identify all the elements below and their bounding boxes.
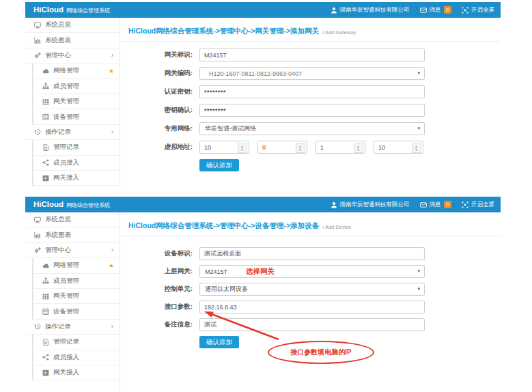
gateway-code-select[interactable]: H120-1607-0811-0812-9963-0407 ▾ <box>199 67 425 80</box>
add-gateway-window: HiCloud 网络综合管理系统 湖南华辰智通科技有限公司 消息 0 开启全屏 … <box>25 2 501 186</box>
messages-menu[interactable]: 消息 0 <box>420 6 451 14</box>
sidebar-item-label: 操作记录 <box>45 322 71 331</box>
stepper-icon[interactable]: ▴▾ <box>238 143 247 153</box>
sidebar-item-label: 网关接入 <box>53 173 79 182</box>
breadcrumb: HiCloud网络综合管理系统->管理中心->网关管理->添加网关 / Add … <box>120 18 501 42</box>
stepper-icon[interactable]: ▴▾ <box>354 143 363 153</box>
key-confirm-label: 密钥确认: <box>120 106 199 115</box>
sidebar-nav: 系统总览系统图表管理中心›网络管理★成员管理网关管理设备管理操作记录›管理记录成… <box>25 212 120 392</box>
sidebar-item-system-charts[interactable]: 系统图表 <box>25 33 120 48</box>
sidebar-item-management-records[interactable]: 管理记录 <box>32 140 120 155</box>
device-id-label: 设备标识: <box>120 249 199 258</box>
fullscreen-label: 开启全屏 <box>471 6 494 14</box>
breadcrumb-subtitle: / Add Gateway <box>322 29 356 36</box>
remark-label: 备注信息: <box>120 320 199 329</box>
sidebar-item-label: 成员接入 <box>53 353 79 362</box>
caret-down-icon: ▾ <box>417 286 420 292</box>
company-name: 湖南华辰智通科技有限公司 <box>340 201 410 209</box>
auth-key-input[interactable] <box>199 85 425 98</box>
chart-icon <box>34 37 41 44</box>
sidebar-item-gateway-access[interactable]: 网关接入 <box>32 171 120 186</box>
device-id-input[interactable] <box>199 247 425 260</box>
favorite-star-icon[interactable]: ★ <box>109 68 120 74</box>
history-icon <box>34 323 41 330</box>
sidebar-item-label: 成员接入 <box>53 158 79 167</box>
brand-suffix: 网络综合管理系统 <box>66 7 110 14</box>
brand-name: HiCloud <box>33 5 64 14</box>
stepper-icon[interactable]: ▴▾ <box>412 143 421 153</box>
desktop-icon <box>34 22 41 29</box>
breadcrumb: HiCloud网络综合管理系统->管理中心->设备管理->添加设备 / Add … <box>120 212 501 236</box>
vip-octet-2-spinner[interactable]: 0 ▴▾ <box>257 141 307 154</box>
fullscreen-label: 开启全屏 <box>471 201 494 209</box>
hdd-icon <box>42 175 49 182</box>
app-logo[interactable]: HiCloud 网络综合管理系统 <box>25 200 128 209</box>
control-unit-select[interactable]: 通用以太网设备 ▾ <box>199 283 425 296</box>
user-menu[interactable]: 湖南华辰智通科技有限公司 <box>331 6 410 14</box>
hdd-icon <box>42 369 49 376</box>
upper-gateway-value: M2415T <box>200 268 227 275</box>
user-icon <box>331 7 337 14</box>
confirm-add-button[interactable]: 确认添加 <box>199 159 239 171</box>
sidebar-item-network-management[interactable]: 网络管理★ <box>32 258 120 273</box>
annotation-arrow <box>196 306 292 347</box>
annotation-text: 接口参数填电脑的IP <box>290 348 351 357</box>
sidebar-item-device-management[interactable]: 设备管理 <box>32 109 120 124</box>
sidebar-item-member-management[interactable]: 成员管理 <box>32 274 120 289</box>
sidebar-item-label: 管理记录 <box>53 143 79 152</box>
sidebar-item-member-access[interactable]: 成员接入 <box>32 350 120 365</box>
add-device-window: HiCloud 网络综合管理系统 湖南华辰智通科技有限公司 消息 0 开启全屏 … <box>25 197 501 392</box>
user-menu[interactable]: 湖南华辰智通科技有限公司 <box>331 201 410 209</box>
sidebar-item-system-overview[interactable]: 系统总览 <box>25 18 120 33</box>
app-header: HiCloud 网络综合管理系统 湖南华辰智通科技有限公司 消息 0 开启全屏 <box>25 2 501 18</box>
share-icon <box>42 354 49 361</box>
grid-icon <box>42 293 49 300</box>
sidebar-item-label: 设备管理 <box>53 307 79 316</box>
sidebar-item-label: 网关管理 <box>53 292 79 300</box>
upper-gateway-select[interactable]: M2415T 选择网关 ▾ <box>199 265 425 278</box>
sidebar-item-device-management[interactable]: 设备管理 <box>32 304 120 319</box>
sidebar-item-member-management[interactable]: 成员管理 <box>32 79 120 94</box>
sidebar-item-gateway-management[interactable]: 网关管理 <box>32 289 120 304</box>
sidebar-item-management-center[interactable]: 管理中心› <box>25 48 120 64</box>
sidebar-item-label: 管理记录 <box>53 337 79 346</box>
sidebar-item-label: 系统图表 <box>45 231 71 240</box>
sidebar-item-system-overview[interactable]: 系统总览 <box>25 212 120 227</box>
private-network-value: 华辰智通-测试网络 <box>200 124 256 133</box>
sidebar-item-label: 管理中心 <box>45 51 71 60</box>
sidebar-item-gateway-access[interactable]: 网关接入 <box>32 365 120 380</box>
company-name: 湖南华辰智通科技有限公司 <box>340 6 410 14</box>
stepper-icon[interactable]: ▴▾ <box>296 143 305 153</box>
cloud-icon <box>42 68 49 74</box>
sidebar-item-management-records[interactable]: 管理记录 <box>32 335 120 350</box>
sidebar-item-label: 网络管理 <box>53 66 79 75</box>
sidebar-item-operation-records[interactable]: 操作记录› <box>25 125 120 140</box>
chart-icon <box>34 232 41 238</box>
gateway-id-input[interactable] <box>199 48 425 61</box>
breadcrumb-path: HiCloud网络综合管理系统->管理中心->网关管理->添加网关 <box>128 27 319 36</box>
key-confirm-input[interactable] <box>199 104 425 117</box>
sitemap-icon <box>42 83 49 89</box>
fullscreen-button[interactable]: 开启全屏 <box>462 6 494 14</box>
sidebar-item-operation-records[interactable]: 操作记录› <box>25 320 120 335</box>
app-logo[interactable]: HiCloud 网络综合管理系统 <box>25 5 128 14</box>
sidebar-item-network-management[interactable]: 网络管理★ <box>32 64 120 79</box>
main-content: HiCloud网络综合管理系统->管理中心->设备管理->添加设备 / Add … <box>120 212 501 392</box>
add-device-form: 设备标识: 上层网关: M2415T 选择网关 ▾ 控制单元: 通用以太网设备 <box>120 236 501 348</box>
vip-octet-1-spinner[interactable]: 10 ▴▾ <box>199 141 249 154</box>
file-icon <box>42 339 49 346</box>
vip-octet-4-spinner[interactable]: 10 ▴▾ <box>374 141 423 154</box>
sidebar-item-gateway-management[interactable]: 网关管理 <box>32 94 120 109</box>
sidebar-item-management-center[interactable]: 管理中心› <box>25 243 120 258</box>
brand-name: HiCloud <box>33 200 64 208</box>
fullscreen-button[interactable]: 开启全屏 <box>462 201 494 209</box>
select-gateway-annotation: 选择网关 <box>246 267 275 277</box>
private-network-select[interactable]: 华辰智通-测试网络 ▾ <box>199 122 425 135</box>
chevron-right-icon: › <box>111 128 120 135</box>
sidebar-item-system-charts[interactable]: 系统图表 <box>25 227 120 242</box>
messages-menu[interactable]: 消息 0 <box>420 201 451 209</box>
calendar-icon <box>42 308 49 315</box>
sidebar-item-member-access[interactable]: 成员接入 <box>32 156 120 171</box>
vip-octet-3-spinner[interactable]: 1 ▴▾ <box>316 141 365 154</box>
favorite-star-icon[interactable]: ★ <box>109 262 120 269</box>
